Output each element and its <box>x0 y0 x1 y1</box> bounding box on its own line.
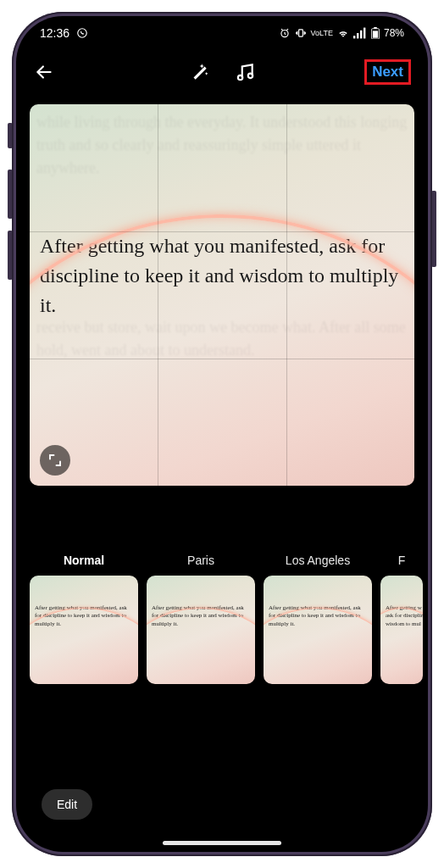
music-icon[interactable] <box>234 61 256 83</box>
top-toolbar: Next <box>16 50 428 94</box>
filter-item-normal[interactable]: Normal After getting what you manifested… <box>30 554 138 689</box>
filter-label: F <box>398 554 406 569</box>
back-arrow-icon[interactable] <box>33 61 55 83</box>
wifi-icon <box>337 27 349 39</box>
magic-wand-icon[interactable] <box>188 61 210 83</box>
filter-item-next[interactable]: F After getting w ask for disciplin wisd… <box>380 554 423 689</box>
filters-row[interactable]: Normal After getting what you manifested… <box>16 554 428 689</box>
filter-thumbnail: After getting w ask for disciplin wisdom… <box>380 576 423 684</box>
expand-crop-button[interactable] <box>40 445 70 476</box>
filter-thumbnail: After getting what you manifested, ask f… <box>147 576 255 684</box>
svg-rect-3 <box>353 36 355 38</box>
next-button[interactable]: Next <box>364 59 411 85</box>
preview-image[interactable]: while living through the everyday. It un… <box>30 104 414 486</box>
svg-rect-4 <box>357 33 358 38</box>
home-indicator[interactable] <box>163 841 281 845</box>
signal-icon <box>353 27 367 39</box>
screen: 12:36 VoLTE 78% <box>16 16 428 852</box>
expand-icon <box>47 453 63 468</box>
svg-rect-8 <box>374 27 377 29</box>
alarm-icon <box>279 27 291 39</box>
background-bleed-text: while living through the everyday. It un… <box>36 111 408 180</box>
svg-point-10 <box>238 75 242 80</box>
filter-label: Paris <box>187 554 214 569</box>
status-time: 12:36 <box>40 26 69 40</box>
filter-thumbnail: After getting what you manifested, ask f… <box>30 576 138 684</box>
battery-percent: 78% <box>384 27 404 39</box>
device-body: 12:36 VoLTE 78% <box>12 12 432 856</box>
neon-arc-decoration <box>30 214 414 486</box>
filter-thumbnail: After getting what you manifested, ask f… <box>264 576 372 684</box>
svg-rect-6 <box>364 28 365 39</box>
status-bar: 12:36 VoLTE 78% <box>16 16 428 50</box>
volte-indicator: VoLTE <box>311 30 333 37</box>
svg-point-11 <box>248 74 253 78</box>
filter-item-losangeles[interactable]: Los Angeles After getting what you manif… <box>264 554 372 689</box>
filter-label: Los Angeles <box>286 554 350 569</box>
edit-button[interactable]: Edit <box>42 789 92 820</box>
svg-rect-2 <box>298 30 302 36</box>
filter-label: Normal <box>64 554 104 569</box>
filter-item-paris[interactable]: Paris After getting what you manifested,… <box>147 554 255 689</box>
battery-icon <box>371 27 380 39</box>
svg-rect-9 <box>373 31 378 37</box>
device-frame: 12:36 VoLTE 78% <box>0 0 444 868</box>
whatsapp-icon <box>76 27 88 39</box>
svg-rect-5 <box>360 31 362 39</box>
vibrate-icon <box>295 27 307 39</box>
